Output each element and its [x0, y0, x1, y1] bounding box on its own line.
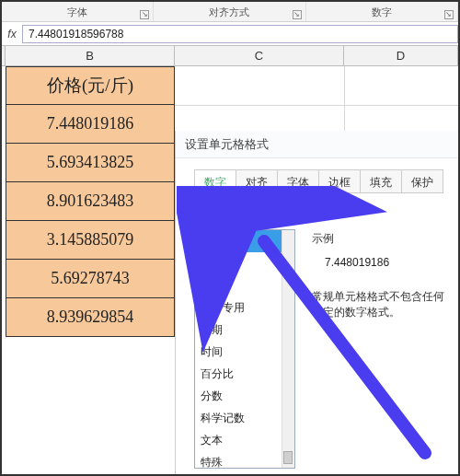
category-item-currency[interactable]: 货币: [195, 274, 294, 296]
category-item-scientific[interactable]: 科学记数: [195, 407, 294, 429]
category-item-special[interactable]: 特殊: [195, 451, 294, 469]
category-item-text[interactable]: 文本: [195, 429, 294, 451]
column-header-row: B C D: [2, 46, 458, 66]
column-B-data: 价格(元/斤) 7.448019186 5.693413825 8.901623…: [6, 66, 175, 337]
cell-B3[interactable]: 5.693413825: [6, 144, 175, 182]
formula-bar: fx: [2, 22, 458, 46]
category-item-number[interactable]: 数值: [195, 252, 294, 274]
category-item-fraction[interactable]: 分数: [195, 385, 294, 407]
cell-B7[interactable]: 8.939629854: [6, 298, 175, 337]
scrollbar-thumb[interactable]: [283, 451, 293, 464]
dialog-launcher-icon[interactable]: ↘: [444, 10, 454, 19]
category-detail-pane: 示例 7.448019186 常规单元格格式不包含任何特定的数字格式。: [312, 229, 449, 469]
tab-protection[interactable]: 保护: [401, 169, 443, 193]
cell-B5[interactable]: 3.145885079: [6, 221, 175, 260]
cell-B4[interactable]: 8.901623483: [6, 182, 175, 221]
category-description: 常规单元格格式不包含任何特定的数字格式。: [312, 289, 449, 320]
ribbon-group-number: 数字 ↘: [306, 2, 458, 21]
tab-border[interactable]: 边框: [318, 169, 361, 193]
sample-value: 7.448019186: [325, 256, 449, 269]
cell-B6[interactable]: 5.69278743: [6, 260, 175, 298]
category-item-percentage[interactable]: 百分比: [195, 363, 294, 385]
tab-font[interactable]: 字体: [277, 169, 319, 193]
dialog-launcher-icon[interactable]: ↘: [140, 10, 149, 19]
dialog-title: 设置单元格格式: [176, 131, 458, 158]
cell-B-header[interactable]: 价格(元/斤): [6, 66, 175, 105]
category-label: 分类(C):: [194, 210, 449, 226]
ribbon-group-number-label: 数字: [372, 6, 392, 17]
ribbon-group-font-label: 字体: [67, 6, 87, 17]
category-listbox[interactable]: 常规 数值 货币 会计专用 日期 时间 百分比 分数 科学记数 文本 特殊 自定…: [194, 229, 295, 469]
formula-input[interactable]: [22, 25, 458, 43]
tab-alignment[interactable]: 对齐: [236, 169, 278, 193]
tab-number[interactable]: 数字: [194, 169, 236, 193]
sample-label: 示例: [312, 231, 449, 247]
category-item-general[interactable]: 常规: [195, 230, 294, 252]
fx-icon[interactable]: fx: [2, 28, 22, 41]
column-header-D[interactable]: D: [344, 46, 458, 65]
dialog-tabs: 数字 对齐 字体 边框 填充 保护: [194, 169, 449, 193]
dialog-launcher-icon[interactable]: ↘: [293, 10, 302, 19]
worksheet-grid[interactable]: 价格(元/斤) 7.448019186 5.693413825 8.901623…: [2, 66, 458, 476]
ribbon-group-align-label: 对齐方式: [209, 6, 249, 17]
category-item-accounting[interactable]: 会计专用: [195, 296, 294, 319]
cell-B2[interactable]: 7.448019186: [6, 105, 175, 144]
ribbon-group-font: 字体 ↘: [2, 2, 154, 21]
category-item-time[interactable]: 时间: [195, 341, 294, 363]
ribbon-group-labels: 字体 ↘ 对齐方式 ↘ 数字 ↘: [2, 2, 458, 22]
column-header-C[interactable]: C: [175, 46, 344, 65]
category-item-date[interactable]: 日期: [195, 319, 294, 341]
ribbon-group-align: 对齐方式 ↘: [154, 2, 305, 21]
format-cells-dialog: 设置单元格格式 数字 对齐 字体 边框 填充 保护 分类(C): 常规 数值 货…: [175, 131, 458, 476]
tab-fill[interactable]: 填充: [360, 169, 402, 193]
listbox-scrollbar[interactable]: [282, 230, 294, 468]
column-header-B[interactable]: B: [6, 46, 175, 65]
